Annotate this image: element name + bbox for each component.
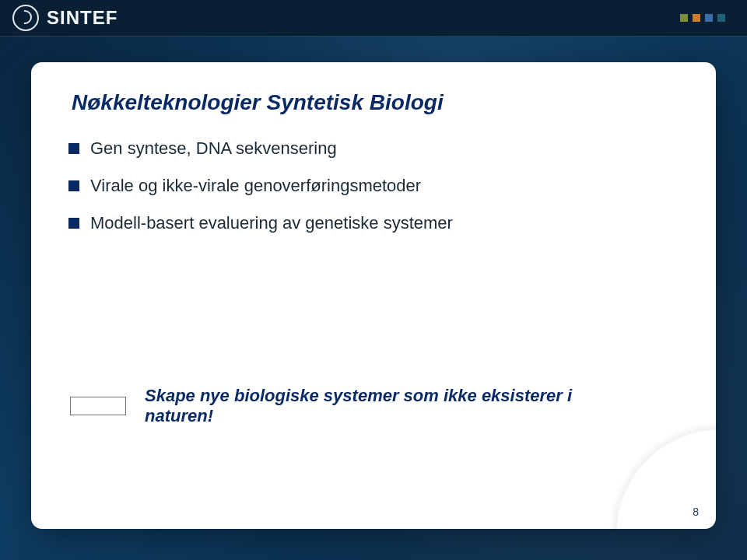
- brand-logo-icon: [12, 5, 39, 31]
- content-card: Nøkkelteknologier Syntetisk Biologi Gen …: [31, 62, 716, 529]
- list-item-text: Modell-basert evaluering av genetiske sy…: [90, 213, 453, 233]
- list-item-text: Gen syntese, DNA sekvensering: [90, 138, 337, 158]
- brand-name: SINTEF: [47, 7, 117, 29]
- accent-dots: [680, 14, 725, 22]
- page-number: 8: [693, 506, 699, 518]
- list-item: Modell-basert evaluering av genetiske sy…: [90, 213, 675, 233]
- slide: SINTEF Nøkkelteknologier Syntetisk Biolo…: [0, 0, 747, 560]
- callout-text: Skape nye biologiske systemer som ikke e…: [145, 386, 643, 426]
- accent-dot-icon: [705, 14, 713, 22]
- top-bar: SINTEF: [0, 0, 747, 37]
- bullet-list: Gen syntese, DNA sekvensering Virale og …: [90, 138, 675, 233]
- bullet-square-icon: [68, 180, 79, 191]
- list-item: Gen syntese, DNA sekvensering: [90, 138, 675, 159]
- list-item: Virale og ikke-virale genoverføringsmeto…: [90, 176, 675, 196]
- accent-dot-icon: [680, 14, 688, 22]
- callout-row: Skape nye biologiske systemer som ikke e…: [70, 386, 643, 426]
- slide-title: Nøkkelteknologier Syntetisk Biologi: [72, 90, 675, 115]
- bullet-square-icon: [68, 218, 79, 229]
- brand: SINTEF: [12, 5, 117, 31]
- arrow-box-icon: [70, 397, 126, 415]
- list-item-text: Virale og ikke-virale genoverføringsmeto…: [90, 176, 421, 195]
- bullet-square-icon: [68, 143, 79, 154]
- accent-dot-icon: [693, 14, 700, 22]
- accent-dot-icon: [717, 14, 725, 22]
